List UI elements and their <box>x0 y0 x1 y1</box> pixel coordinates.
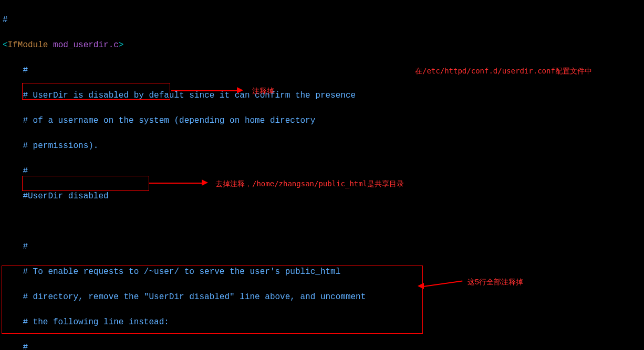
comment-line: # <box>3 165 641 177</box>
code-editor[interactable]: # <IfModule mod_userdir.c> # # UserDir i… <box>0 0 644 350</box>
comment-line: # of a username on the system (depending… <box>3 114 641 127</box>
comment-line: # To enable requests to /~user/ to serve… <box>3 266 641 278</box>
comment-line: # permissions). <box>3 140 641 152</box>
bracket: < <box>3 40 8 50</box>
code-line: # <box>3 14 641 26</box>
comment-line: # directory, remove the "UserDir disable… <box>3 291 641 303</box>
comment-line: # the following line instead: <box>3 316 641 328</box>
blank-line <box>3 215 641 228</box>
hash: # <box>3 15 8 25</box>
comment-line: # <box>3 64 641 77</box>
comment-line: # <box>3 240 641 253</box>
comment-line: # <box>3 341 641 350</box>
code-line: <IfModule mod_userdir.c> <box>3 39 641 51</box>
mod-arg: mod_userdir.c <box>53 40 119 50</box>
tag-ifmodule: IfModule <box>8 40 48 50</box>
comment-line: # UserDir is disabled by default since i… <box>3 89 641 102</box>
bracket: > <box>119 40 124 50</box>
userdir-disabled-line: #UserDir disabled <box>3 190 641 203</box>
